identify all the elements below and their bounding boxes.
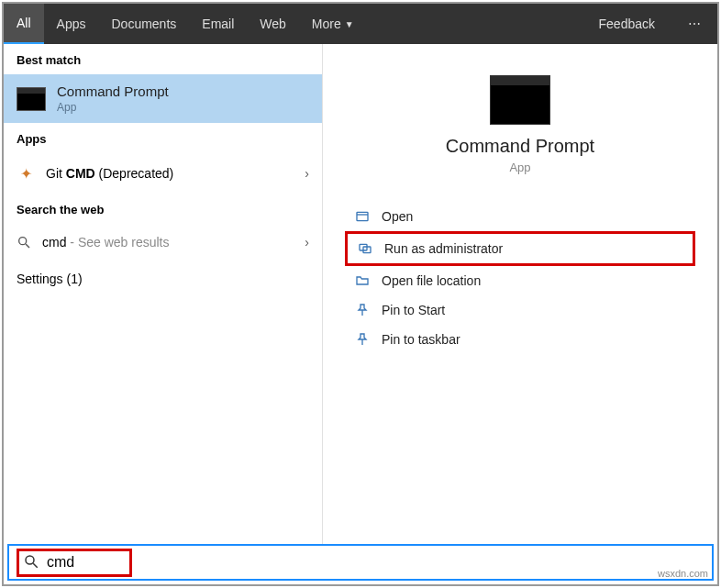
action-run-as-administrator[interactable]: Run as administrator [345,231,695,266]
action-label: Pin to Start [382,303,445,317]
svg-rect-2 [357,212,368,220]
action-label: Open file location [382,273,481,288]
best-match-header: Best match [4,44,322,74]
search-icon [23,553,39,572]
chevron-down-icon: ▼ [345,19,354,29]
action-label: Open [382,209,413,224]
action-pin-to-start[interactable]: Pin to Start [345,295,695,325]
action-label: Run as administrator [384,241,503,256]
web-term: cmd [42,235,66,250]
svg-point-7 [26,556,34,564]
tab-all[interactable]: All [4,4,44,44]
tab-apps[interactable]: Apps [44,4,99,44]
git-icon: ✦ [17,164,35,183]
tab-more-label: More [312,17,341,31]
search-header: All Apps Documents Email Web More ▼ Feed… [4,4,717,44]
shield-icon [357,241,373,256]
open-icon [354,209,371,224]
tab-more[interactable]: More ▼ [299,4,367,44]
action-open[interactable]: Open [345,202,695,231]
svg-line-1 [26,244,29,248]
action-label: Pin to taskbar [382,332,460,347]
filter-tabs: All Apps Documents Email Web More ▼ [4,4,367,44]
apps-header: Apps [4,123,322,153]
git-bold: CMD [66,166,95,181]
svg-point-0 [19,238,27,245]
more-options-button[interactable]: ⋯ [671,4,717,44]
settings-result[interactable]: Settings (1) [4,261,322,297]
tab-web[interactable]: Web [247,4,299,44]
folder-icon [354,273,371,288]
web-result-label: cmd - See web results [42,235,294,250]
preview-title: Command Prompt [345,136,695,157]
search-highlight [17,549,132,577]
ellipsis-icon: ⋯ [688,17,701,31]
search-web-header: Search the web [4,194,322,224]
action-pin-to-taskbar[interactable]: Pin to taskbar [345,325,695,354]
best-match-item[interactable]: Command Prompt App [4,74,322,123]
results-panel: Best match Command Prompt App Apps ✦ Git… [4,44,323,544]
git-suffix: (Deprecated) [95,166,174,181]
web-result-cmd[interactable]: cmd - See web results › [4,224,322,261]
best-match-title: Command Prompt [57,83,169,99]
pin-icon [354,303,371,317]
svg-line-8 [33,563,38,568]
preview-panel: Command Prompt App Open Run as administr… [323,44,717,544]
search-bar[interactable] [7,544,714,581]
preview-actions: Open Run as administrator Open file loca… [345,202,695,354]
watermark: wsxdn.com [658,568,708,579]
command-prompt-icon [490,75,550,125]
best-match-subtitle: App [57,101,169,114]
action-open-file-location[interactable]: Open file location [345,266,695,295]
search-icon [17,235,31,250]
feedback-button[interactable]: Feedback [582,4,671,44]
tab-email[interactable]: Email [189,4,247,44]
chevron-right-icon[interactable]: › [305,166,309,181]
pin-icon [354,332,371,347]
app-result-git-cmd[interactable]: ✦ Git CMD (Deprecated) › [4,153,322,194]
command-prompt-icon [17,87,46,111]
tab-documents[interactable]: Documents [98,4,189,44]
app-result-label: Git CMD (Deprecated) [46,166,294,181]
chevron-right-icon[interactable]: › [305,235,309,250]
search-input[interactable] [47,554,120,571]
web-suffix: - See web results [66,235,169,250]
preview-subtitle: App [345,161,695,174]
git-prefix: Git [46,166,66,181]
